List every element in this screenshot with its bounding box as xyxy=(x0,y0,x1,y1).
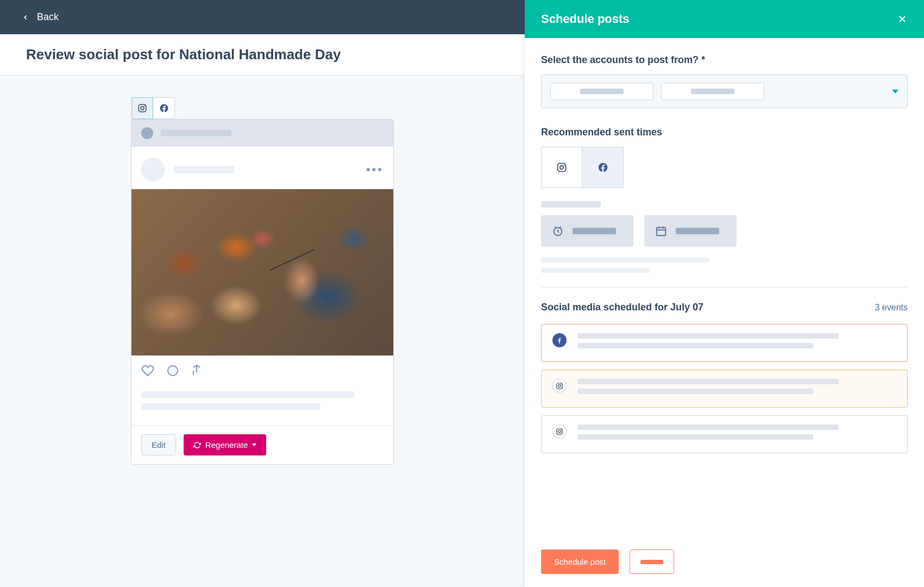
scheduled-event-instagram[interactable] xyxy=(541,370,908,408)
back-button[interactable]: Back xyxy=(22,11,59,23)
account-chip[interactable] xyxy=(661,83,764,100)
back-label: Back xyxy=(37,11,59,23)
svg-point-2 xyxy=(144,105,145,107)
caption-line-placeholder xyxy=(141,391,354,398)
regenerate-button[interactable]: Regenerate xyxy=(184,434,266,455)
more-menu-icon[interactable]: ••• xyxy=(366,163,384,177)
post-header-bar xyxy=(131,120,393,147)
topbar: Back xyxy=(0,0,525,34)
profile-avatar xyxy=(141,158,165,182)
divider xyxy=(541,287,908,288)
instagram-icon xyxy=(556,162,567,173)
selected-account-chips xyxy=(550,83,764,100)
regenerate-label: Regenerate xyxy=(205,440,248,449)
post-caption xyxy=(131,388,393,426)
comment-icon[interactable] xyxy=(166,364,179,379)
svg-point-15 xyxy=(558,385,561,388)
svg-point-8 xyxy=(564,164,565,165)
secondary-label-placeholder xyxy=(640,560,663,564)
post-meta-row: ••• xyxy=(131,147,393,189)
title-bar: Review social post for National Handmade… xyxy=(0,34,525,76)
secondary-action-button[interactable] xyxy=(630,549,674,574)
account-name-placeholder xyxy=(161,130,231,136)
time-option[interactable] xyxy=(541,215,633,247)
svg-point-3 xyxy=(168,366,178,376)
accounts-label: Select the accounts to post from? * xyxy=(541,54,908,66)
post-button-row: Edit Regenerate xyxy=(131,426,393,464)
calendar-icon xyxy=(655,225,667,237)
svg-point-19 xyxy=(561,429,562,430)
panel-header: Schedule posts xyxy=(525,0,924,38)
clock-icon xyxy=(552,225,564,237)
main-area: ••• Edit Regenerate xyxy=(0,76,525,486)
instagram-icon xyxy=(552,379,567,393)
platform-tab-instagram[interactable] xyxy=(131,97,153,119)
caption-line-placeholder xyxy=(141,403,320,410)
scheduled-event-instagram[interactable] xyxy=(541,415,908,453)
time-section-skeleton xyxy=(541,201,908,273)
facebook-icon xyxy=(159,103,169,113)
event-count: 3 events xyxy=(875,303,908,313)
post-image xyxy=(131,189,393,355)
share-icon[interactable] xyxy=(191,364,204,379)
panel-footer: Schedule post xyxy=(525,536,924,587)
heart-icon[interactable] xyxy=(141,364,154,379)
edit-button[interactable]: Edit xyxy=(141,434,176,455)
chevron-left-icon xyxy=(22,14,29,21)
schedule-post-button[interactable]: Schedule post xyxy=(541,549,619,574)
account-avatar-small xyxy=(141,127,153,139)
time-tab-facebook[interactable] xyxy=(582,147,624,188)
facebook-icon xyxy=(598,162,608,173)
scheduled-header: Social media scheduled for July 07 3 eve… xyxy=(541,302,908,313)
date-option[interactable] xyxy=(644,215,737,247)
scheduled-label: Social media scheduled for July 07 xyxy=(541,302,703,313)
panel-title: Schedule posts xyxy=(541,12,630,26)
facebook-icon xyxy=(552,333,567,347)
close-icon[interactable] xyxy=(897,14,908,24)
instagram-icon xyxy=(552,424,567,439)
regenerate-icon xyxy=(193,441,201,449)
time-tab-instagram[interactable] xyxy=(541,147,582,188)
account-chip[interactable] xyxy=(550,83,653,100)
schedule-panel: Schedule posts Select the accounts to po… xyxy=(525,0,924,587)
svg-rect-10 xyxy=(657,228,666,236)
svg-point-18 xyxy=(558,430,561,433)
caret-down-icon xyxy=(892,90,898,93)
scheduled-event-facebook[interactable] xyxy=(541,324,908,362)
time-tab-list xyxy=(541,147,908,188)
account-select-dropdown[interactable] xyxy=(541,74,908,108)
platform-tab-facebook[interactable] xyxy=(153,97,175,119)
recommended-times-label: Recommended sent times xyxy=(541,127,908,138)
panel-body: Select the accounts to post from? * Reco… xyxy=(525,38,924,536)
svg-point-16 xyxy=(561,384,562,384)
post-preview-card: ••• Edit Regenerate xyxy=(131,119,394,465)
profile-name-placeholder xyxy=(174,166,235,173)
page-title: Review social post for National Handmade… xyxy=(26,46,499,63)
platform-tab-list xyxy=(131,97,175,119)
svg-point-1 xyxy=(141,107,144,110)
svg-point-7 xyxy=(560,166,564,170)
instagram-icon xyxy=(137,103,147,113)
caret-down-icon xyxy=(252,444,256,446)
post-actions-row xyxy=(131,355,393,388)
